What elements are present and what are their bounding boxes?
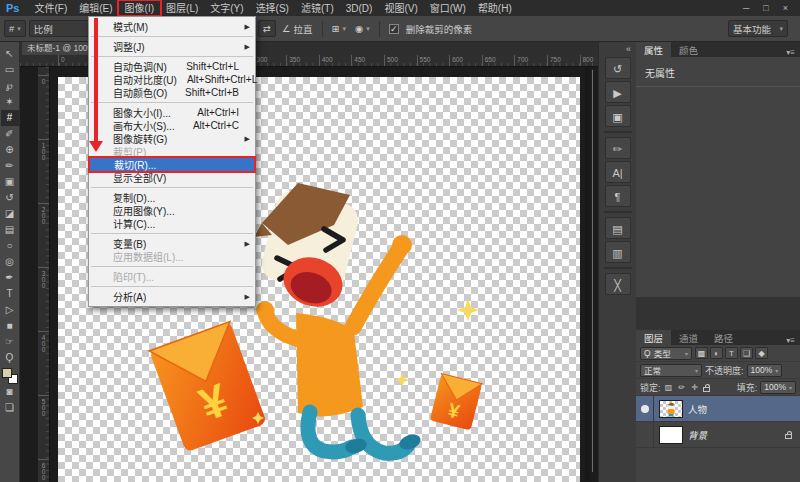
- layer-row-character[interactable]: 人物: [636, 396, 800, 422]
- fill-input[interactable]: 100% ▾: [760, 381, 796, 394]
- panel-menu-icon[interactable]: ▾≡: [781, 48, 800, 57]
- tab-paths[interactable]: 路径: [706, 330, 741, 345]
- menubar-item[interactable]: 选择(S): [250, 1, 295, 15]
- quick-mask-icon[interactable]: ◙: [1, 384, 19, 400]
- close-button[interactable]: ×: [783, 3, 788, 13]
- tab-layers[interactable]: 图层: [636, 330, 671, 345]
- zoom-tool-icon[interactable]: Ϙ: [1, 350, 19, 366]
- layer-row-background[interactable]: 背景: [636, 422, 800, 448]
- menu-item[interactable]: 调整(J) ▶: [89, 40, 255, 53]
- visibility-toggle[interactable]: [636, 396, 654, 422]
- brush-panel-icon[interactable]: ✏: [605, 137, 631, 159]
- tab-channels[interactable]: 通道: [671, 330, 706, 345]
- blend-mode-select[interactable]: 正常 ▾: [640, 364, 702, 377]
- paragraph-panel-icon[interactable]: ¶: [605, 185, 631, 207]
- menu-item[interactable]: [91, 266, 253, 267]
- menubar-item[interactable]: 图层(L): [160, 1, 204, 15]
- layer-thumbnail[interactable]: [659, 426, 683, 444]
- tab-properties[interactable]: 属性: [636, 42, 671, 57]
- menubar-item[interactable]: 视图(V): [378, 1, 423, 15]
- panel-menu-icon[interactable]: ▾≡: [781, 336, 800, 345]
- menubar-item[interactable]: 窗口(W): [424, 1, 472, 15]
- pen-tool-icon[interactable]: ✒: [1, 270, 19, 286]
- blur-tool-icon[interactable]: ○: [1, 238, 19, 254]
- swap-width-height-button[interactable]: ⇄: [258, 20, 276, 37]
- color-swatches[interactable]: [2, 368, 18, 384]
- menubar-item[interactable]: 文件(F): [28, 1, 73, 15]
- dodge-tool-icon[interactable]: ◎: [1, 254, 19, 270]
- tab-color[interactable]: 颜色: [671, 42, 706, 57]
- maximize-button[interactable]: □: [763, 3, 768, 13]
- tool-preset-picker[interactable]: # ▾: [4, 20, 26, 37]
- layer-filter-select[interactable]: Ϙ 类型 ▾: [640, 347, 692, 360]
- visibility-toggle[interactable]: [636, 422, 654, 448]
- delete-cropped-pixels-checkbox[interactable]: ✓ 删除裁剪的像素: [386, 22, 476, 36]
- menu-item[interactable]: [91, 286, 253, 287]
- magic-wand-tool-icon[interactable]: ✶: [1, 94, 19, 110]
- minimize-button[interactable]: ─: [743, 3, 749, 13]
- menubar-item[interactable]: 文字(Y): [204, 1, 249, 15]
- healing-brush-tool-icon[interactable]: ⊕: [1, 142, 19, 158]
- crop-tool-icon[interactable]: #: [1, 110, 19, 126]
- character-panel-icon[interactable]: A|: [605, 161, 631, 183]
- straighten-button[interactable]: ∠ 拉直: [279, 22, 316, 36]
- clone-stamp-tool-icon[interactable]: ▣: [1, 174, 19, 190]
- character-styles-panel-icon[interactable]: ▤: [605, 217, 631, 239]
- screen-mode-icon[interactable]: ❏: [1, 400, 19, 416]
- crop-options-button[interactable]: ◉ ▾: [352, 23, 373, 34]
- vertical-ruler[interactable]: 0100200300400500600: [38, 67, 50, 482]
- gradient-tool-icon[interactable]: ▤: [1, 222, 19, 238]
- lock-transparent-icon[interactable]: ▨: [664, 383, 674, 392]
- layer-thumbnail[interactable]: [659, 400, 683, 418]
- opacity-input[interactable]: 100% ▾: [747, 364, 783, 377]
- vertical-scrollbar[interactable]: [585, 67, 590, 481]
- eraser-tool-icon[interactable]: ◪: [1, 206, 19, 222]
- foreground-color-swatch[interactable]: [2, 368, 12, 378]
- move-tool-icon[interactable]: ↖: [1, 46, 19, 62]
- menu-item[interactable]: [91, 36, 253, 37]
- history-brush-tool-icon[interactable]: ↺: [1, 190, 19, 206]
- brush-tool-icon[interactable]: ✏: [1, 158, 19, 174]
- hand-tool-icon[interactable]: ☞: [1, 334, 19, 350]
- shape-tool-icon[interactable]: ■: [1, 318, 19, 334]
- menu-item[interactable]: 分析(A) ▶: [89, 290, 255, 303]
- menu-item[interactable]: 陷印(T)...: [89, 270, 255, 283]
- lock-position-icon[interactable]: ✛: [690, 383, 700, 392]
- lock-all-icon[interactable]: [703, 387, 710, 392]
- menubar-item[interactable]: 3D(D): [340, 1, 379, 15]
- menubar-item[interactable]: 编辑(E): [73, 1, 118, 15]
- eyedropper-tool-icon[interactable]: ✐: [1, 126, 19, 142]
- no-properties-message: 无属性: [636, 57, 800, 87]
- marquee-tool-icon[interactable]: ▭: [1, 62, 19, 78]
- actions-panel-icon[interactable]: ▶: [605, 81, 631, 103]
- submenu-arrow-icon: ▶: [245, 293, 250, 301]
- smart-object-filter-icon[interactable]: ◆: [755, 347, 768, 359]
- menu-item[interactable]: [91, 233, 253, 234]
- collapse-dock-icon[interactable]: «: [626, 42, 636, 56]
- menu-item[interactable]: 应用数据组(L)...: [89, 250, 255, 263]
- workspace-switcher[interactable]: 基本功能 ▾: [728, 20, 788, 37]
- shape-filter-icon[interactable]: ❏: [740, 347, 753, 359]
- menu-item[interactable]: 显示全部(V): [89, 171, 255, 184]
- type-tool-icon[interactable]: T: [1, 286, 19, 302]
- history-panel-icon[interactable]: ↺: [605, 57, 631, 79]
- type-filter-icon[interactable]: T: [725, 347, 738, 359]
- menubar-item[interactable]: 滤镜(T): [295, 1, 340, 15]
- pixel-filter-icon[interactable]: ▩: [695, 347, 708, 359]
- paragraph-styles-panel-icon[interactable]: ▥: [605, 241, 631, 263]
- menu-item[interactable]: 自动颜色(O) Shift+Ctrl+B: [89, 86, 255, 99]
- lasso-tool-icon[interactable]: ℘: [1, 78, 19, 94]
- menubar-item[interactable]: 图像(I): [119, 1, 160, 15]
- menubar-item[interactable]: 帮助(H): [472, 1, 518, 15]
- overlay-options-button[interactable]: ⊞ ▾: [329, 23, 349, 34]
- extensions-panel-icon[interactable]: ╳: [605, 273, 631, 295]
- menu-item[interactable]: [91, 102, 253, 103]
- menu-item[interactable]: 模式(M) ▶: [89, 20, 255, 33]
- menu-item[interactable]: [91, 187, 253, 188]
- menu-item[interactable]: [91, 56, 253, 57]
- menu-item[interactable]: 计算(C)...: [89, 217, 255, 230]
- path-select-tool-icon[interactable]: ▷: [1, 302, 19, 318]
- adjustment-filter-icon[interactable]: ◐: [710, 347, 723, 359]
- lock-pixels-icon[interactable]: ✏: [677, 383, 687, 392]
- clone-source-panel-icon[interactable]: ▣: [605, 105, 631, 127]
